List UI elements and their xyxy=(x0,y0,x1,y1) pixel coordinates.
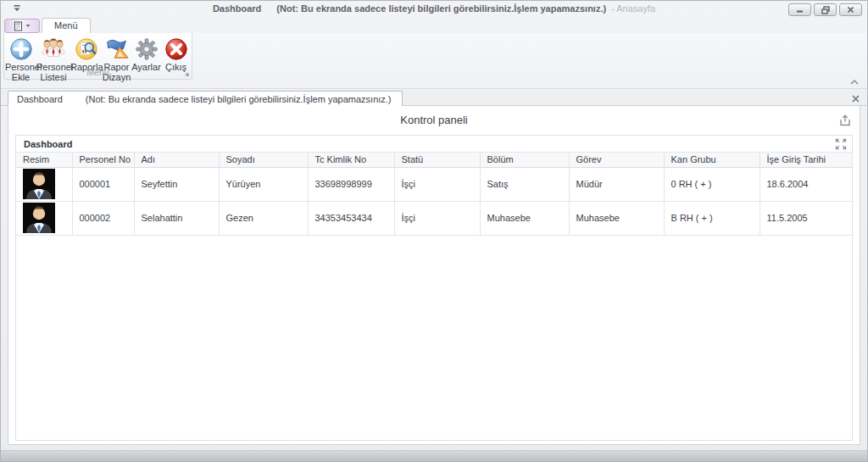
export-icon[interactable] xyxy=(838,114,852,127)
column-header[interactable]: Bölüm xyxy=(480,153,569,167)
cell-statu: İşçi xyxy=(394,201,480,235)
minimize-icon xyxy=(796,6,804,14)
document-tab-dashboard[interactable]: Dashboard(Not: Bu ekranda sadece listeyi… xyxy=(8,91,403,107)
exit-icon xyxy=(164,36,189,62)
cell-ise-giris: 11.5.2005 xyxy=(760,201,852,235)
restore-button[interactable] xyxy=(814,3,837,16)
gear-icon xyxy=(134,36,159,62)
collapse-ribbon-icon[interactable] xyxy=(849,78,860,86)
employee-photo xyxy=(23,169,55,199)
form-icon xyxy=(14,21,24,31)
cell-personel-no: 000002 xyxy=(72,201,134,235)
document-close-icon[interactable] xyxy=(851,94,860,103)
column-header[interactable]: Görev xyxy=(569,153,664,167)
report-search-icon xyxy=(74,36,99,62)
ribbon-tab-menu[interactable]: Menü xyxy=(42,18,91,33)
cell-kan-grubu: 0 RH ( + ) xyxy=(664,167,760,201)
status-bar xyxy=(1,450,867,461)
photo-cell xyxy=(16,167,72,201)
document-tab-note: (Not: Bu ekranda sadece listeyi bilgiler… xyxy=(86,94,392,104)
column-header[interactable]: Kan Grubu xyxy=(664,153,760,167)
table-row[interactable]: 000002 Selahattin Gezen 34353453434 İşçi… xyxy=(16,201,852,235)
cell-personel-no: 000001 xyxy=(72,167,134,201)
document-tab-title: Dashboard xyxy=(17,94,63,104)
close-button[interactable] xyxy=(839,3,862,16)
chevron-down-icon xyxy=(25,24,31,28)
column-header[interactable]: Soyadı xyxy=(219,153,308,167)
ribbon-group-label: Menü xyxy=(4,67,192,77)
column-header[interactable]: Tc Kimlik No xyxy=(308,153,394,167)
dialog-launcher-icon[interactable] xyxy=(183,70,190,77)
photo-cell xyxy=(16,201,72,235)
table-header-row: Resim Personel No Adı Soyadı Tc Kimlik N… xyxy=(16,153,852,167)
cell-kan-grubu: B RH ( + ) xyxy=(664,201,760,235)
employee-photo xyxy=(23,203,55,233)
maximize-icon[interactable] xyxy=(835,138,847,150)
column-header[interactable]: Adı xyxy=(134,153,219,167)
window-title-suffix: - Anasayfa xyxy=(611,3,655,14)
cell-tc: 34353453434 xyxy=(308,201,394,235)
document-tab-strip: Dashboard(Not: Bu ekranda sadece listeyi… xyxy=(1,90,867,106)
title-bar: Dashboard(Not: Bu ekranda sadece listeyi… xyxy=(1,1,867,18)
cell-ise-giris: 18.6.2004 xyxy=(760,167,852,201)
dashboard-viewer: Kontrol paneli Dashboard xyxy=(8,106,860,445)
restore-icon xyxy=(821,6,830,14)
add-person-icon xyxy=(8,36,34,62)
cell-soyadi: Gezen xyxy=(219,201,308,235)
window-controls xyxy=(788,3,862,16)
column-header[interactable]: Personel No xyxy=(72,153,134,167)
column-header[interactable]: İşe Giriş Tarihi xyxy=(760,153,852,167)
panel-title: Dashboard xyxy=(24,139,72,149)
ribbon-tab-row: Menü xyxy=(1,18,867,33)
window-title-note: (Not: Bu ekranda sadece listeyi bilgiler… xyxy=(276,3,606,14)
cell-adi: Selahattin xyxy=(134,201,219,235)
personnel-table: Resim Personel No Adı Soyadı Tc Kimlik N… xyxy=(16,153,852,236)
dashboard-title-area: Kontrol paneli xyxy=(8,106,860,133)
column-header[interactable]: Statü xyxy=(394,153,480,167)
cell-gorev: Müdür xyxy=(569,167,664,201)
cell-soyadi: Yürüyen xyxy=(219,167,308,201)
app-window: Dashboard(Not: Bu ekranda sadece listeyi… xyxy=(0,0,868,462)
ribbon: Personel Ekle xyxy=(1,33,867,89)
ribbon-group-menu: Personel Ekle xyxy=(3,33,192,80)
panel-header: Dashboard xyxy=(16,136,852,153)
column-header[interactable]: Resim xyxy=(16,153,72,167)
cell-bolum: Satış xyxy=(480,167,569,201)
dashboard-title: Kontrol paneli xyxy=(8,114,860,126)
cell-adi: Seyfettin xyxy=(134,167,219,201)
window-title-main: Dashboard xyxy=(213,3,261,14)
cell-gorev: Muhasebe xyxy=(569,201,664,235)
minimize-button[interactable] xyxy=(788,3,811,16)
person-list-icon xyxy=(41,36,66,62)
close-icon xyxy=(847,6,854,14)
cell-bolum: Muhasebe xyxy=(480,201,569,235)
dashboard-grid-item: Dashboard Resim xyxy=(15,135,853,441)
application-menu-button[interactable] xyxy=(4,19,40,33)
cell-tc: 33698998999 xyxy=(308,167,394,201)
window-title: Dashboard(Not: Bu ekranda sadece listeyi… xyxy=(1,3,867,14)
table-row[interactable]: 000001 Seyfettin Yürüyen 33698998999 İşç… xyxy=(16,167,852,201)
report-design-icon xyxy=(104,36,130,62)
cell-statu: İşçi xyxy=(394,167,480,201)
